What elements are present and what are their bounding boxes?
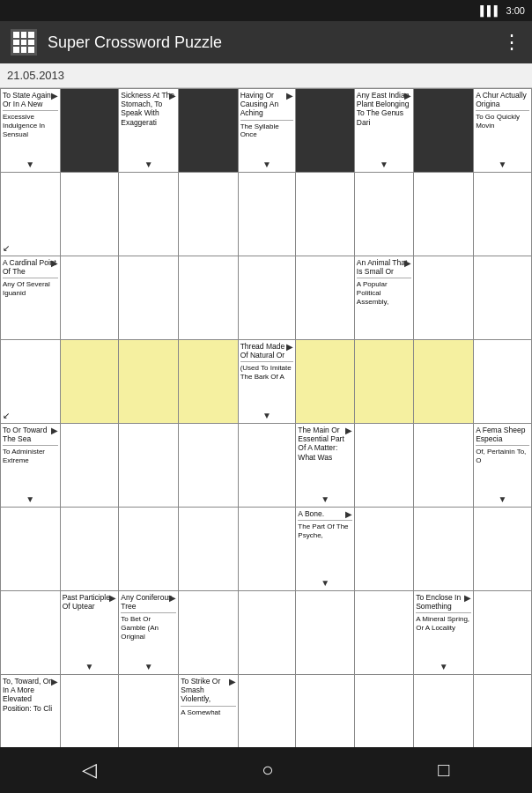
cell-1-4[interactable]	[238, 173, 296, 256]
cell-6-6[interactable]	[354, 591, 413, 675]
cell-clue: To State Again Or In A New	[3, 91, 58, 108]
cell-clue2: Any Of Several Iguanid	[3, 278, 58, 297]
cell-2-5[interactable]	[296, 256, 355, 340]
cell-4-8[interactable]: ▼ A Fema Sheep Especia Of, Pertainin To,…	[474, 424, 532, 508]
cell-6-8[interactable]	[474, 591, 532, 675]
cell-4-5[interactable]: ▶ ▼ The Main Or Essential Part Of A Matt…	[296, 424, 355, 508]
cell-0-2[interactable]: ▶ ▼ Sickness At The Stomach, To Speak Wi…	[119, 89, 179, 173]
cell-7-8[interactable]	[474, 675, 532, 759]
cell-5-5[interactable]: ▶ ▼ A Bone. The Part Of The Psyche,	[296, 508, 355, 591]
cell-5-7[interactable]	[414, 508, 474, 591]
cell-4-2[interactable]	[119, 424, 179, 508]
cell-0-3	[179, 89, 238, 173]
arrow-down-icon: ▼	[144, 662, 153, 672]
cell-5-2[interactable]	[119, 508, 179, 591]
cell-clue2: A Mineral Spring, Or A Locality	[416, 612, 471, 632]
cell-2-3[interactable]	[179, 256, 238, 340]
cell-3-8[interactable]	[474, 340, 532, 424]
signal-icon: ▌▌▌	[480, 5, 500, 16]
cell-5-6[interactable]	[354, 508, 413, 591]
cell-1-7[interactable]	[414, 173, 474, 256]
cell-clue: Any Coniferous Tree	[121, 593, 176, 611]
cell-7-3[interactable]: ▶ ▼ To Strike Or Smash Violently, A Some…	[179, 675, 238, 759]
cell-3-5[interactable]	[296, 340, 355, 424]
cell-clue: The Main Or Essential Part Of A Matter: …	[298, 426, 352, 462]
arrow-right-icon: ▶	[51, 258, 58, 269]
arrow-down-icon: ▼	[85, 662, 93, 672]
cell-0-8[interactable]: ▼ A Chur Actually Origina To Go Quickly …	[474, 89, 532, 173]
cell-clue: To Strike Or Smash Violently,	[181, 677, 235, 704]
cell-3-2[interactable]	[119, 340, 179, 424]
cell-7-6[interactable]	[354, 675, 413, 759]
cell-4-4[interactable]	[238, 424, 296, 508]
cell-6-0[interactable]	[1, 591, 61, 675]
cell-0-4[interactable]: ▶ ▼ Having Or Causing An Aching The Syll…	[238, 89, 296, 173]
cell-clue: A Fema Sheep Especia	[476, 426, 529, 443]
cell-6-4[interactable]	[238, 591, 296, 675]
arrow-right-icon: ▶	[286, 91, 293, 101]
cell-clue: To Enclose In Something	[416, 593, 471, 611]
recent-apps-button[interactable]: □	[438, 759, 449, 782]
crossword-grid[interactable]: ▶ ▼ To State Again Or In A New Excessive…	[0, 88, 532, 793]
cell-2-6[interactable]: ▶ An Animal That Is Small Or A Popular P…	[354, 256, 413, 340]
cell-7-7[interactable]	[414, 675, 474, 759]
cell-6-3[interactable]	[179, 591, 238, 675]
cell-5-3[interactable]	[179, 508, 238, 591]
cell-2-8[interactable]	[474, 256, 532, 340]
cell-clue2: Excessive Indulgence In Sensual	[3, 110, 58, 138]
cell-1-3[interactable]	[179, 173, 238, 256]
title-bar: Super Crossword Puzzle ⋮	[0, 21, 532, 63]
cell-clue2: (Used To Imitate The Bark Of A	[240, 361, 294, 381]
cell-2-4[interactable]	[238, 256, 296, 340]
app-icon	[11, 29, 37, 56]
cell-4-3[interactable]	[179, 424, 238, 508]
cell-3-3[interactable]	[179, 340, 238, 424]
cell-1-1[interactable]	[60, 173, 119, 256]
cell-5-8[interactable]	[474, 508, 532, 591]
cell-7-0[interactable]: ▶ ▼ To, Toward, Or In A More Elevated Po…	[1, 675, 61, 759]
cell-4-0[interactable]: ▶ ▼ To Or Toward The Sea To Administer E…	[1, 424, 61, 508]
arrow-down-icon: ▼	[26, 159, 34, 170]
cell-2-1[interactable]	[60, 256, 119, 340]
cell-3-4[interactable]: ▶ ▼ Thread Made Of Natural Or (Used To I…	[238, 340, 296, 424]
cell-6-5[interactable]	[296, 591, 355, 675]
cell-6-7[interactable]: ▶ ▼ To Enclose In Something A Mineral Sp…	[414, 591, 474, 675]
cell-4-1[interactable]	[60, 424, 119, 508]
back-button[interactable]: ◁	[82, 759, 97, 782]
cell-4-6[interactable]	[354, 424, 413, 508]
cell-1-6[interactable]	[354, 173, 413, 256]
cell-1-5[interactable]	[296, 173, 355, 256]
cell-6-2[interactable]: ▶ ▼ Any Coniferous Tree To Bet Or Gamble…	[119, 591, 179, 675]
cell-7-1[interactable]	[60, 675, 119, 759]
cell-2-0[interactable]: ▶ A Cardinal Point Of The Any Of Several…	[1, 256, 61, 340]
cell-7-5[interactable]	[296, 675, 355, 759]
arrow-right-icon: ▶	[345, 509, 352, 520]
cell-5-1[interactable]	[60, 508, 119, 591]
cell-3-6[interactable]	[354, 340, 413, 424]
cell-3-7[interactable]	[414, 340, 474, 424]
menu-button[interactable]: ⋮	[502, 31, 521, 54]
cell-1-8[interactable]	[474, 173, 532, 256]
cell-7-4[interactable]	[238, 675, 296, 759]
cell-1-0[interactable]: ↙	[1, 173, 61, 256]
cell-3-1[interactable]	[60, 340, 119, 424]
cell-0-1	[60, 89, 119, 173]
cell-6-1[interactable]: ▶ ▼ Past Participle Of Uptear	[60, 591, 119, 675]
cell-5-0[interactable]	[1, 508, 61, 591]
cell-clue2: To Administer Extreme	[3, 445, 58, 464]
cell-clue2: The Part Of The Psyche,	[298, 520, 352, 539]
home-button[interactable]: ○	[262, 759, 273, 782]
table-row: ▶ ▼ Past Participle Of Uptear ▶ ▼ Any Co…	[1, 591, 532, 675]
arrow-right-icon: ▶	[404, 91, 411, 101]
cell-clue: A Cardinal Point Of The	[3, 258, 58, 276]
cell-1-2[interactable]	[119, 173, 179, 256]
cell-2-2[interactable]	[119, 256, 179, 340]
cell-4-7[interactable]	[414, 424, 474, 508]
cell-5-4[interactable]	[238, 508, 296, 591]
cell-0-0[interactable]: ▶ ▼ To State Again Or In A New Excessive…	[1, 89, 61, 173]
cell-7-2[interactable]	[119, 675, 179, 759]
table-row: ↙ ▶ ▼ Thread Made Of Natural Or (Used To…	[1, 340, 532, 424]
cell-2-7[interactable]	[414, 256, 474, 340]
cell-0-6[interactable]: ▶ ▼ Any East Indian Plant Belonging To T…	[354, 89, 413, 173]
cell-3-0[interactable]: ↙	[1, 340, 61, 424]
